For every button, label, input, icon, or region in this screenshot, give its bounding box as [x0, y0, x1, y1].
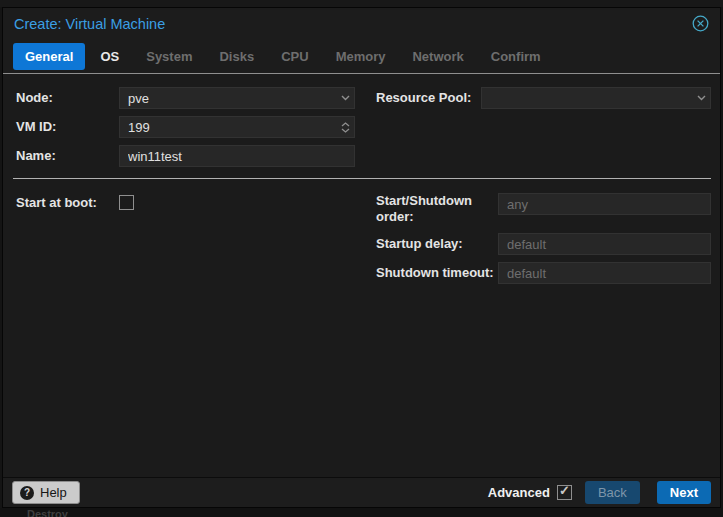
startup-delay-input[interactable]: [498, 233, 711, 255]
resource-pool-label: Resource Pool:: [376, 87, 471, 109]
tab-general[interactable]: General: [13, 43, 85, 70]
name-field[interactable]: [119, 145, 355, 167]
startup-order-input[interactable]: [498, 193, 711, 215]
background-page-top: [0, 0, 723, 7]
shutdown-timeout-input[interactable]: [498, 262, 711, 284]
dialog-titlebar: Create: Virtual Machine: [3, 8, 720, 39]
footer-actions: Advanced Back Next: [488, 481, 711, 504]
node-combobox[interactable]: [119, 87, 355, 109]
node-label: Node:: [16, 87, 53, 109]
help-button[interactable]: ? Help: [12, 481, 80, 504]
vm-id-input[interactable]: [119, 116, 355, 138]
section-separator: [13, 178, 711, 179]
chevron-down-icon[interactable]: [697, 87, 706, 109]
startup-order-label: Start/Shutdown order:: [376, 193, 498, 225]
resource-pool-combobox[interactable]: [481, 87, 711, 109]
tab-disks: Disks: [207, 43, 266, 70]
start-at-boot-label: Start at boot:: [16, 192, 97, 214]
startup-delay-field[interactable]: [498, 233, 711, 255]
help-button-label: Help: [40, 485, 67, 500]
up-down-chevrons-icon[interactable]: [341, 116, 350, 138]
start-at-boot-checkbox[interactable]: [119, 195, 134, 210]
startup-delay-label: Startup delay:: [376, 233, 463, 255]
next-button[interactable]: Next: [657, 481, 711, 504]
startup-order-field[interactable]: [498, 193, 711, 215]
background-partial-text: Destroy: [27, 508, 68, 517]
node-input[interactable]: [119, 87, 355, 109]
create-vm-dialog: Create: Virtual Machine General OS Syste…: [2, 7, 721, 508]
tab-os[interactable]: OS: [88, 43, 131, 70]
dialog-title: Create: Virtual Machine: [14, 16, 165, 32]
back-button[interactable]: Back: [585, 481, 640, 504]
advanced-label: Advanced: [488, 485, 550, 500]
wizard-tabbar: General OS System Disks CPU Memory Netwo…: [3, 39, 720, 73]
close-icon[interactable]: [692, 15, 709, 32]
dialog-footer: ? Help Advanced Back Next: [3, 477, 720, 507]
resource-pool-input[interactable]: [481, 87, 711, 109]
name-input[interactable]: [119, 145, 355, 167]
chevron-down-icon[interactable]: [341, 87, 350, 109]
vm-id-label: VM ID:: [16, 116, 56, 138]
shutdown-timeout-field[interactable]: [498, 262, 711, 284]
advanced-checkbox[interactable]: [557, 485, 572, 500]
question-circle-icon: ?: [20, 486, 34, 500]
tab-system: System: [134, 43, 204, 70]
vm-id-spinner[interactable]: [119, 116, 355, 138]
tab-network: Network: [400, 43, 475, 70]
tab-memory: Memory: [324, 43, 398, 70]
tab-confirm: Confirm: [479, 43, 553, 70]
shutdown-timeout-label: Shutdown timeout:: [376, 262, 494, 284]
tab-cpu: CPU: [269, 43, 320, 70]
background-page-bottom: Destroy: [0, 508, 723, 517]
screen: Destroy Create: Virtual Machine General …: [0, 0, 723, 517]
name-label: Name:: [16, 145, 56, 167]
